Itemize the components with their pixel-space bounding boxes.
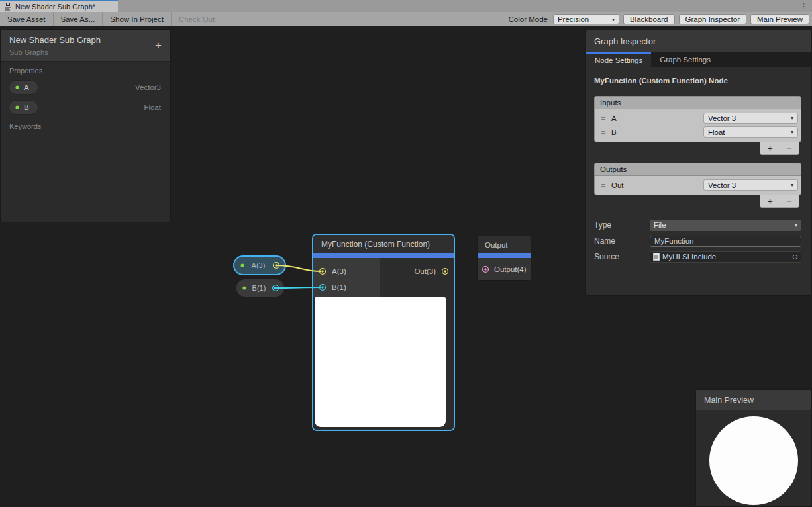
output-name: Out [610, 181, 703, 189]
main-preview-panel[interactable]: Main Preview [695, 389, 812, 507]
property-name: A [24, 83, 29, 91]
add-item-button[interactable]: + [767, 144, 772, 153]
properties-section-label: Properties [1, 62, 170, 77]
output-type-dropdown[interactable]: Vector 3 ▾ [703, 179, 798, 191]
resize-handle[interactable] [156, 218, 164, 219]
chevron-down-icon: ▾ [612, 17, 615, 23]
input-port-label: Output(4) [494, 265, 527, 273]
add-item-button[interactable]: + [767, 197, 772, 206]
chevron-down-icon: ▾ [795, 222, 797, 228]
source-object-field[interactable]: MyHLSLInclude ⊙ [650, 251, 801, 263]
property-row-a: A Vector3 [1, 77, 170, 97]
property-dot-icon [240, 263, 244, 267]
input-port-icon[interactable] [319, 283, 327, 291]
object-picker-icon[interactable]: ⊙ [792, 254, 798, 261]
color-mode-dropdown[interactable]: Precision ▾ [553, 14, 619, 24]
node-title[interactable]: Output [478, 236, 531, 253]
input-row-b: B(1) [313, 279, 346, 295]
node-title[interactable]: MyFunction (Custom Function) [313, 235, 454, 253]
property-name: B [24, 103, 29, 111]
color-mode-label: Color Mode [509, 15, 548, 23]
node-accent-bar [313, 253, 454, 258]
type-value: File [654, 221, 666, 229]
graph-inspector-toggle-button[interactable]: Graph Inspector [679, 14, 746, 24]
input-type-value: Vector 3 [708, 115, 736, 122]
type-label: Type [594, 220, 650, 230]
type-dropdown[interactable]: File ▾ [650, 220, 801, 231]
graph-inspector-panel[interactable]: Graph Inspector Node Settings Graph Sett… [585, 30, 812, 296]
name-input[interactable]: MyFunction [650, 236, 801, 247]
remove-item-button[interactable]: − [786, 144, 791, 153]
type-field-row: Type File ▾ [594, 217, 801, 233]
output-port-label: Out(3) [414, 267, 436, 275]
input-type-dropdown[interactable]: Vector 3 ▾ [703, 113, 798, 124]
input-type-value: Float [708, 128, 725, 136]
node-preview-image [315, 297, 446, 427]
property-row-b: B Float [1, 97, 170, 117]
property-node-a-label: A(3) [248, 261, 268, 269]
inputs-list-footer: + − [594, 142, 801, 155]
tab-node-settings[interactable]: Node Settings [586, 52, 651, 67]
node-body: Output(4) [478, 258, 531, 281]
save-asset-button[interactable]: Save Asset [0, 12, 54, 26]
property-dot-icon [15, 85, 19, 89]
inspector-tab-strip: Node Settings Graph Settings [586, 52, 811, 67]
check-out-button: Check Out [172, 12, 222, 26]
save-as-button[interactable]: Save As... [54, 12, 103, 26]
blackboard-header: New Shader Sub Graph Sub Graphs + [1, 30, 170, 62]
output-node[interactable]: Output Output(4) [477, 236, 531, 281]
input-port-icon[interactable] [482, 265, 489, 273]
tab-new-shader-sub-graph[interactable]: New Shader Sub Graph* [0, 0, 118, 12]
overflow-menu-icon[interactable]: ⋮ [800, 1, 807, 11]
property-node-a[interactable]: A(3) [233, 255, 286, 275]
main-preview-toggle-button[interactable]: Main Preview [750, 14, 809, 24]
chevron-down-icon: ▾ [791, 129, 793, 135]
blackboard-toggle-button[interactable]: Blackboard [623, 14, 675, 24]
output-port-icon[interactable] [272, 284, 279, 292]
outputs-list-header: Outputs [594, 163, 801, 175]
tab-graph-settings[interactable]: Graph Settings [651, 52, 719, 67]
blackboard-panel[interactable]: New Shader Sub Graph Sub Graphs + Proper… [0, 29, 171, 222]
input-port-icon[interactable] [319, 267, 327, 275]
main-preview-title: Main Preview [696, 390, 811, 410]
input-type-dropdown[interactable]: Float ▾ [703, 126, 798, 138]
list-item[interactable]: = B Float ▾ [597, 125, 799, 139]
tab-title: New Shader Sub Graph* [15, 3, 95, 11]
outputs-list-rows: = Out Vector 3 ▾ [594, 175, 801, 195]
property-type: Float [144, 103, 161, 111]
property-node-b[interactable]: B(1) [236, 279, 285, 297]
list-item[interactable]: = A Vector 3 ▾ [597, 111, 799, 125]
node-accent-bar [478, 253, 531, 258]
source-field-row: Source MyHLSLInclude ⊙ [594, 249, 801, 265]
property-dot-icon [15, 105, 19, 109]
drag-handle-icon[interactable]: = [597, 181, 610, 190]
shader-graph-toolbar: Save Asset Save As... Show In Project Ch… [0, 12, 812, 26]
chevron-down-icon: ▾ [791, 115, 793, 121]
show-in-project-button[interactable]: Show In Project [103, 12, 172, 26]
shader-graph-icon [4, 3, 12, 11]
drag-handle-icon[interactable]: = [597, 114, 610, 123]
chevron-down-icon: ▾ [791, 182, 793, 188]
property-type: Vector3 [135, 83, 161, 91]
add-property-button[interactable]: + [155, 40, 162, 51]
resize-handle[interactable] [803, 504, 809, 505]
list-item[interactable]: = Out Vector 3 ▾ [597, 178, 799, 192]
inputs-list: Inputs = A Vector 3 ▾ = B Float ▾ [594, 96, 801, 155]
document-icon [653, 253, 660, 261]
property-pill-a[interactable]: A [9, 80, 38, 95]
property-pill-b[interactable]: B [9, 100, 38, 115]
blackboard-subtitle: Sub Graphs [9, 48, 162, 56]
preview-sphere [709, 416, 798, 505]
property-node-b-label: B(1) [250, 284, 268, 292]
custom-function-node[interactable]: MyFunction (Custom Function) A(3) B(1) O… [312, 234, 455, 431]
toolbar-right-group: Color Mode Precision ▾ Blackboard Graph … [509, 12, 812, 26]
inputs-list-header: Inputs [594, 96, 801, 109]
output-port-icon[interactable] [272, 261, 280, 269]
node-body: A(3) B(1) Out(3) [313, 258, 454, 430]
toolbar-left-group: Save Asset Save As... Show In Project Ch… [0, 12, 222, 26]
list-footer-buttons: + − [760, 195, 799, 208]
remove-item-button[interactable]: − [786, 197, 791, 206]
output-port-icon[interactable] [441, 267, 449, 275]
outputs-list: Outputs = Out Vector 3 ▾ + − [594, 163, 801, 208]
drag-handle-icon[interactable]: = [597, 128, 610, 137]
